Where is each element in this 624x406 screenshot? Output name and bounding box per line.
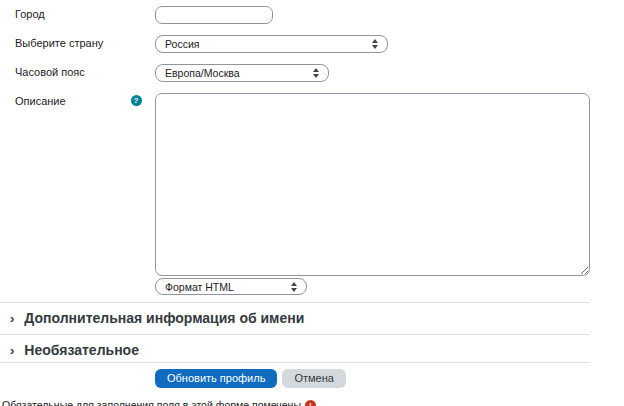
required-icon: ! [305,400,316,406]
format-select[interactable]: Формат HTML [155,278,307,295]
form-action-buttons: Обновить профиль Отмена [155,369,590,388]
country-label-cell: Выберите страну [0,35,155,52]
timezone-label-cell: Часовой пояс [0,64,155,81]
collapsible-sections: › Дополнительная информация об имени › Н… [0,302,590,363]
required-fields-text: Обязательные для заполнения поля в этой … [2,399,301,406]
city-label: Город [15,6,45,23]
timezone-label: Часовой пояс [15,64,85,81]
form-row-description: Описание ? [0,93,590,276]
city-input[interactable] [155,6,273,24]
profile-form: Город Выберите страну Россия Часовой поя… [0,6,590,388]
divider [0,362,590,363]
select-updown-icon [291,282,297,292]
cancel-button[interactable]: Отмена [282,369,345,388]
city-label-cell: Город [0,6,155,23]
form-row-city: Город [0,6,590,24]
form-row-timezone: Часовой пояс Европа/Москва [0,64,590,82]
country-select-value: Россия [165,38,199,50]
format-select-value: Формат HTML [165,281,234,293]
timezone-select-value: Европа/Москва [165,67,240,79]
select-updown-icon [313,68,319,78]
section-optional-label: Необязательное [24,342,139,358]
help-icon[interactable]: ? [131,95,142,106]
section-additional-names[interactable]: › Дополнительная информация об имени [0,302,590,334]
section-optional[interactable]: › Необязательное [0,334,590,362]
update-profile-button[interactable]: Обновить профиль [155,369,277,388]
description-label-cell: Описание ? [0,93,155,110]
required-fields-suffix: . [320,399,323,406]
form-row-format: Формат HTML [155,278,590,295]
chevron-right-icon: › [10,311,14,326]
profile-edit-form-page: Город Выберите страну Россия Часовой поя… [0,0,624,406]
description-label: Описание [15,93,66,110]
description-textarea[interactable] [155,93,590,276]
section-additional-names-label: Дополнительная информация об имени [24,310,304,326]
select-updown-icon [372,39,378,49]
country-label: Выберите страну [15,35,103,52]
country-select[interactable]: Россия [155,35,388,53]
required-fields-note: Обязательные для заполнения поля в этой … [0,399,624,406]
timezone-select[interactable]: Европа/Москва [155,64,329,82]
chevron-right-icon: › [10,343,14,358]
form-row-country: Выберите страну Россия [0,35,590,53]
